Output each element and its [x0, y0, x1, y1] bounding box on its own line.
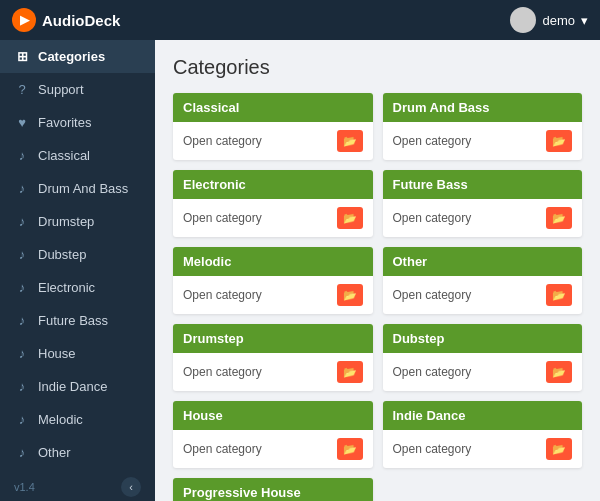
category-card-electronic: Electronic Open category 📂	[173, 170, 373, 237]
music-icon: ♪	[14, 280, 30, 295]
sidebar-item-label: House	[38, 346, 76, 361]
category-body: Open category 📂	[383, 276, 583, 314]
sidebar-item-electronic[interactable]: ♪ Electronic	[0, 271, 155, 304]
category-header: Indie Dance	[383, 401, 583, 430]
sidebar-footer: v1.4 ‹	[0, 469, 155, 501]
sidebar-item-label: Drum And Bass	[38, 181, 128, 196]
category-header: Future Bass	[383, 170, 583, 199]
open-category-label: Open category	[393, 134, 472, 148]
category-card-house: House Open category 📂	[173, 401, 373, 468]
category-header: Melodic	[173, 247, 373, 276]
category-header: Drumstep	[173, 324, 373, 353]
open-category-button[interactable]: 📂	[337, 130, 363, 152]
open-category-button[interactable]: 📂	[546, 207, 572, 229]
open-category-label: Open category	[183, 288, 262, 302]
category-header: Progressive House	[173, 478, 373, 501]
sidebar-item-label: Categories	[38, 49, 105, 64]
open-category-button[interactable]: 📂	[337, 361, 363, 383]
page-title: Categories	[173, 56, 582, 79]
sidebar-item-classical[interactable]: ♪ Classical	[0, 139, 155, 172]
music-icon: ♪	[14, 247, 30, 262]
sidebar-item-future-bass[interactable]: ♪ Future Bass	[0, 304, 155, 337]
topbar: ▶ AudioDeck demo ▾	[0, 0, 600, 40]
sidebar-item-label: Dubstep	[38, 247, 86, 262]
category-header: Dubstep	[383, 324, 583, 353]
sidebar-item-indie-dance[interactable]: ♪ Indie Dance	[0, 370, 155, 403]
logo: ▶ AudioDeck	[12, 8, 120, 32]
categories-grid: Classical Open category 📂 Drum And Bass …	[173, 93, 582, 501]
category-header: Other	[383, 247, 583, 276]
sidebar-item-drumstep[interactable]: ♪ Drumstep	[0, 205, 155, 238]
music-icon: ♪	[14, 346, 30, 361]
sidebar-item-other[interactable]: ♪ Other	[0, 436, 155, 469]
sidebar-item-label: Support	[38, 82, 84, 97]
category-body: Open category 📂	[173, 199, 373, 237]
user-menu[interactable]: demo ▾	[510, 7, 588, 33]
version-label: v1.4	[14, 481, 35, 493]
sidebar-item-label: Future Bass	[38, 313, 108, 328]
category-header: Classical	[173, 93, 373, 122]
collapse-button[interactable]: ‹	[121, 477, 141, 497]
sidebar-item-label: Favorites	[38, 115, 91, 130]
category-body: Open category 📂	[173, 430, 373, 468]
sidebar-item-label: Melodic	[38, 412, 83, 427]
open-category-label: Open category	[393, 211, 472, 225]
grid-icon: ⊞	[14, 49, 30, 64]
main-layout: ⊞ Categories ? Support ♥ Favorites ♪ Cla…	[0, 40, 600, 501]
open-category-button[interactable]: 📂	[337, 207, 363, 229]
category-header: Drum And Bass	[383, 93, 583, 122]
category-card-progressive-house: Progressive House Open category 📂	[173, 478, 373, 501]
music-icon: ♪	[14, 181, 30, 196]
category-card-future-bass: Future Bass Open category 📂	[383, 170, 583, 237]
category-body: Open category 📂	[383, 430, 583, 468]
open-category-label: Open category	[183, 211, 262, 225]
sidebar-item-label: Drumstep	[38, 214, 94, 229]
sidebar-item-support[interactable]: ? Support	[0, 73, 155, 106]
sidebar-item-favorites[interactable]: ♥ Favorites	[0, 106, 155, 139]
heart-icon: ♥	[14, 115, 30, 130]
music-icon: ♪	[14, 379, 30, 394]
sidebar-item-label: Other	[38, 445, 71, 460]
category-body: Open category 📂	[173, 353, 373, 391]
category-header: House	[173, 401, 373, 430]
open-category-button[interactable]: 📂	[546, 284, 572, 306]
music-icon: ♪	[14, 412, 30, 427]
logo-icon: ▶	[12, 8, 36, 32]
open-category-button[interactable]: 📂	[546, 361, 572, 383]
logo-text: AudioDeck	[42, 12, 120, 29]
category-header: Electronic	[173, 170, 373, 199]
category-card-indie-dance: Indie Dance Open category 📂	[383, 401, 583, 468]
open-category-button[interactable]: 📂	[337, 438, 363, 460]
sidebar-item-dubstep[interactable]: ♪ Dubstep	[0, 238, 155, 271]
category-card-melodic: Melodic Open category 📂	[173, 247, 373, 314]
open-category-label: Open category	[393, 442, 472, 456]
open-category-label: Open category	[183, 365, 262, 379]
sidebar-item-label: Indie Dance	[38, 379, 107, 394]
open-category-label: Open category	[393, 288, 472, 302]
category-body: Open category 📂	[383, 199, 583, 237]
music-icon: ♪	[14, 313, 30, 328]
sidebar-item-house[interactable]: ♪ House	[0, 337, 155, 370]
sidebar-item-drum-and-bass[interactable]: ♪ Drum And Bass	[0, 172, 155, 205]
sidebar-item-categories[interactable]: ⊞ Categories	[0, 40, 155, 73]
category-card-other: Other Open category 📂	[383, 247, 583, 314]
category-body: Open category 📂	[173, 276, 373, 314]
sidebar-item-label: Classical	[38, 148, 90, 163]
category-card-dubstep: Dubstep Open category 📂	[383, 324, 583, 391]
support-icon: ?	[14, 82, 30, 97]
category-body: Open category 📂	[383, 122, 583, 160]
open-category-button[interactable]: 📂	[337, 284, 363, 306]
open-category-button[interactable]: 📂	[546, 130, 572, 152]
music-icon: ♪	[14, 148, 30, 163]
sidebar-item-label: Electronic	[38, 280, 95, 295]
avatar	[510, 7, 536, 33]
open-category-label: Open category	[183, 134, 262, 148]
category-card-classical: Classical Open category 📂	[173, 93, 373, 160]
category-body: Open category 📂	[173, 122, 373, 160]
sidebar-item-melodic[interactable]: ♪ Melodic	[0, 403, 155, 436]
user-label: demo	[542, 13, 575, 28]
chevron-down-icon: ▾	[581, 13, 588, 28]
music-icon: ♪	[14, 214, 30, 229]
category-card-drumstep: Drumstep Open category 📂	[173, 324, 373, 391]
open-category-button[interactable]: 📂	[546, 438, 572, 460]
